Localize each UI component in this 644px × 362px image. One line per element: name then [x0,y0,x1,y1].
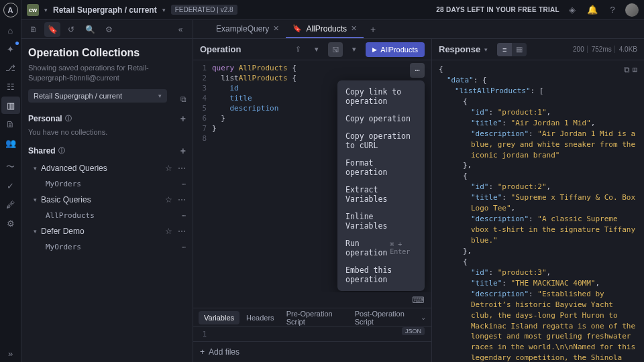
response-stats: 200 752ms 4.0KB [569,46,637,53]
settings-icon[interactable]: ⚙ [101,22,117,37]
bottom-tab[interactable]: Headers [241,311,280,324]
context-menu-item[interactable]: Extract Variables [337,181,425,208]
operation-context-menu: Copy link to operationCopy operationCopy… [337,80,425,291]
star-icon[interactable]: ☆ [165,195,172,204]
hide-panel-icon[interactable] [193,20,209,38]
chevron-down-icon: ▾ [34,165,37,172]
close-tab-icon[interactable]: ✕ [273,24,279,33]
user-avatar[interactable] [625,3,639,17]
variant-chevron-icon[interactable]: ▾ [162,7,166,13]
collections-title: Operation Collections [21,39,193,63]
copy-response-icon[interactable]: ⧉ [624,64,630,76]
folder-menu-icon[interactable]: ⋯ [178,227,186,236]
editor-tabs: ExampleQuery✕ 🔖 AllProducts✕ + [193,20,644,39]
add-files-button[interactable]: + Add files [193,341,431,362]
view-json-icon[interactable]: ≡ [497,43,512,56]
top-bar: cw ▾ Retail Supergraph / current ▾ FEDER… [21,0,644,20]
tab-all-products[interactable]: 🔖 AllProducts✕ [286,20,364,38]
undo-icon[interactable]: ↺ [63,22,79,37]
nav-checks-icon[interactable]: ☷ [1,78,20,95]
collections-description: Showing saved operations for Retail-Supe… [21,63,193,89]
info-icon[interactable]: ⓘ [58,146,65,156]
star-icon[interactable]: ☆ [165,227,172,236]
new-tab-icon[interactable]: 🗎 [25,22,42,37]
folder-menu-icon[interactable]: ⋯ [178,195,186,204]
variables-pane[interactable]: JSON 1 [193,326,431,341]
collapse-bottom-icon[interactable]: ⌄ [421,314,426,321]
nav-launch-icon[interactable]: 🖉 [1,196,20,213]
shared-section-header: Sharedⓘ + [21,141,193,160]
close-tab-icon[interactable]: ✕ [351,24,357,33]
star-icon[interactable]: ☆ [165,164,172,173]
open-external-icon[interactable]: ⧉ [174,95,193,104]
operation-menu-icon[interactable]: ⋯ [181,243,186,251]
context-menu-item[interactable]: Format operation [337,154,425,181]
variant-selector[interactable]: Retail Supergraph / current ▾ [28,89,167,103]
plus-icon: + [200,347,205,357]
bottom-tab[interactable]: Pre-Operation Script [281,307,348,328]
operation-pane-title: Operation [200,44,241,54]
collections-panel: 🗎 🔖 ↺ 🔍 ⚙ « Operation Collections Showin… [21,20,193,362]
operation-menu-icon[interactable]: ⋯ [181,180,186,188]
help-icon[interactable]: ? [605,3,620,17]
nav-metrics-icon[interactable]: 〜 [1,158,20,176]
bottom-tab[interactable]: Variables [199,311,239,324]
operation-menu-icon[interactable]: ⋯ [181,211,186,220]
trial-banner[interactable]: 28 DAYS LEFT IN YOUR FREE TRIAL [436,6,559,13]
response-chevron-icon[interactable]: ▾ [484,46,488,53]
chevron-down-icon: ▾ [158,93,162,99]
context-menu-item[interactable]: Copy operation [337,110,425,127]
collapse-panel-icon[interactable]: « [172,22,189,37]
folder-menu-icon[interactable]: ⋯ [178,164,186,173]
download-response-icon[interactable]: ⊞ [633,64,637,76]
run-operation-button[interactable]: ▶ AllProducts [366,42,425,57]
operation-item[interactable]: MyOrders⋯ [21,176,193,192]
nav-explorer-icon[interactable]: ▥ [1,97,20,114]
info-icon[interactable]: ⓘ [65,114,72,123]
response-pane-title: Response [439,44,480,54]
add-shared-collection-button[interactable]: + [180,145,186,156]
apollo-logo-icon[interactable]: A [3,3,18,17]
collection-folder[interactable]: ▾Defer Demo☆⋯ [21,223,193,239]
search-icon[interactable]: 🔍 [82,22,98,37]
personal-empty-text: You have no collections. [21,128,193,141]
topbar-graph-icon[interactable]: ◈ [565,3,580,17]
add-personal-collection-button[interactable]: + [180,113,186,124]
collections-icon[interactable]: 🔖 [44,22,60,37]
keyboard-icon[interactable]: ⌨ [412,295,425,305]
operation-editor[interactable]: 12345678 query AllProducts { listAllProd… [193,60,431,292]
collection-folder[interactable]: ▾Advanced Queries☆⋯ [21,160,193,176]
share-icon[interactable]: ⇪ [290,42,305,57]
operation-item[interactable]: MyOrders⋯ [21,239,193,255]
nav-settings-icon[interactable]: ⚙ [1,215,20,232]
org-switcher-chevron-icon[interactable]: ▾ [44,7,48,13]
add-tab-button[interactable]: + [364,20,382,38]
bottom-tabs: VariablesHeadersPre-Operation ScriptPost… [193,308,431,326]
org-avatar[interactable]: cw [27,4,39,16]
operation-kebab-button[interactable]: ⋯ [410,63,425,78]
save-chevron-icon[interactable]: ▾ [347,42,362,57]
nav-checks2-icon[interactable]: ✓ [1,177,20,194]
more-chevron-icon[interactable]: ▾ [309,42,324,57]
operation-item[interactable]: AllProducts⋯ [21,208,193,223]
context-menu-item[interactable]: Copy operation to cURL [337,127,425,154]
view-table-icon[interactable]: ▦ [512,43,527,56]
nav-schema-icon[interactable]: 🗎 [1,115,20,133]
notifications-icon[interactable]: 🔔 [585,3,600,17]
expand-rail-icon[interactable]: » [1,345,20,362]
tab-example-query[interactable]: ExampleQuery✕ [209,20,286,38]
nav-branch-icon[interactable]: ⎇ [1,59,20,76]
bottom-tab[interactable]: Post-Operation Script [350,307,419,328]
nav-graph-icon[interactable]: ✦ [1,40,20,58]
collection-folder[interactable]: ▾Basic Queries☆⋯ [21,192,193,208]
nav-home-icon[interactable]: ⌂ [1,21,20,39]
response-body[interactable]: ⧉ ⊞ {"data": {"listAllProducts": [{"id":… [432,60,644,362]
nav-clients-icon[interactable]: 👥 [1,134,20,152]
save-icon[interactable]: 🖫 [328,42,343,57]
context-menu-item[interactable]: Run operation⌘ + Enter [337,235,425,261]
context-menu-item[interactable]: Copy link to operation [337,83,425,110]
context-menu-item[interactable]: Embed this operation [337,261,425,288]
context-menu-item[interactable]: Inline Variables [337,208,425,235]
graph-breadcrumb[interactable]: Retail Supergraph / current [53,5,157,15]
json-badge: JSON [402,327,425,335]
